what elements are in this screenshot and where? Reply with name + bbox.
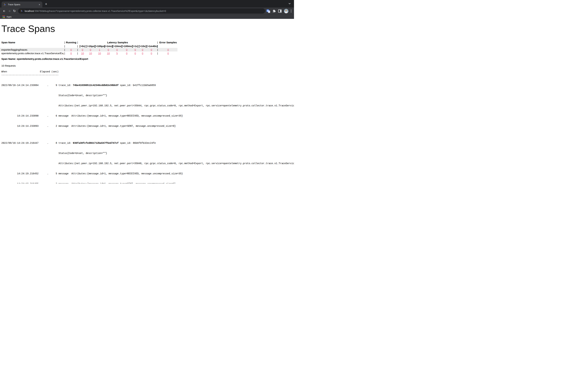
back-button[interactable]: [2, 8, 7, 14]
column-separator: |: [156, 41, 159, 44]
latency-count-link[interactable]: 0: [142, 52, 143, 55]
bucket-label: [>10ms]: [112, 44, 122, 48]
reload-button[interactable]: ↻: [12, 8, 17, 14]
latency-count-link[interactable]: 10: [107, 52, 110, 55]
message-line: 14:24:14.233890 . 6 message Attributes:{…: [1, 114, 294, 117]
log-divider: ----------------------------------------: [1, 73, 294, 77]
new-tab-button[interactable]: +: [44, 2, 49, 7]
browser-toolbar: ↻ localhost:55679/debug/tracez?zspanname…: [0, 8, 294, 14]
bucket-label: [>0s]: [79, 44, 86, 48]
bucket-label: [>100ms]: [122, 44, 132, 48]
column-separator: |: [63, 51, 66, 55]
attributes-line: Attributes:{net.peer.ip=192.168.192.5, n…: [1, 162, 294, 165]
latency-count-link[interactable]: 0: [82, 48, 83, 51]
message-line: 14:24:19.216455 . 2 message Attributes:{…: [1, 182, 294, 184]
col-header-running: Running: [66, 41, 76, 44]
translate-icon[interactable]: G 文: [267, 9, 270, 13]
selected-span-name: Span Name: opentelemetry.proto.collector…: [1, 58, 294, 60]
latency-count-link[interactable]: 10: [98, 52, 101, 55]
latency-count-link[interactable]: 0: [126, 52, 127, 55]
column-separator: |: [63, 44, 66, 48]
latency-count-link[interactable]: 0: [151, 52, 152, 55]
column-separator: |: [76, 48, 79, 51]
latency-count-link[interactable]: 0: [90, 48, 91, 51]
span-row: opentelemetry.proto.collector.trace.v1.T…: [0, 51, 177, 55]
url-bar[interactable]: localhost:55679/debug/tracez?zspanname=o…: [18, 8, 265, 14]
latency-count-link[interactable]: 0: [135, 48, 136, 51]
running-count-link[interactable]: 0: [70, 52, 72, 55]
column-separator: |: [63, 41, 66, 44]
extensions-puzzle-icon[interactable]: [272, 9, 276, 13]
latency-count-link[interactable]: 0: [151, 48, 152, 51]
latency-count-link[interactable]: 10: [89, 52, 92, 55]
url-path: :55679/debug/tracez?zspanname=openteleme…: [34, 10, 166, 12]
message-line: 14:24:19.216452 . 5 message Attributes:{…: [1, 172, 294, 175]
side-panel-icon[interactable]: [278, 9, 282, 13]
latency-count-link[interactable]: 5: [116, 52, 118, 55]
column-separator: |: [76, 51, 79, 55]
request-count: 10 Requests: [1, 64, 294, 67]
tab-title: Trace Spans: [8, 3, 38, 6]
attributes-line: Attributes:{net.peer.ip=192.168.192.5, n…: [1, 104, 294, 107]
tab-search-chevron-icon[interactable]: [288, 2, 291, 5]
span-name: opentelemetry.proto.collector.trace.v1.T…: [0, 51, 63, 55]
col-header-error-samples: Error Samples: [159, 41, 177, 44]
trace-entry-line: 2022/09/16-14:24:14.233884 . 9 trace_id:…: [1, 83, 294, 87]
svg-text:文: 文: [268, 11, 270, 13]
browser-tab[interactable]: Trace Spans ×: [1, 1, 42, 8]
bucket-label: [>1m40s]: [147, 44, 156, 48]
trace-id: 936fa38fcfed661712ba547f5ed747cf: [73, 142, 119, 144]
status-line: Status{Code=Unset, description=""}: [1, 94, 294, 97]
status-line: Status{Code=Unset, description=""}: [1, 151, 294, 155]
opentelemetry-favicon: [20, 10, 23, 12]
log-column-headers: When Elapsed (sec): [1, 70, 294, 73]
error-count-link[interactable]: 0: [167, 52, 169, 55]
forward-button[interactable]: [7, 8, 12, 14]
bookmarks-bar: Apps: [0, 14, 294, 19]
apps-grid-icon[interactable]: [2, 16, 5, 18]
column-separator: |: [63, 48, 66, 51]
latency-count-link[interactable]: 1: [99, 48, 100, 51]
profile-avatar[interactable]: [284, 9, 288, 13]
bucket-label: [>10s]: [139, 44, 147, 48]
trace-entry: 2022/09/16-14:24:14.233884 . 9 trace_id:…: [1, 77, 294, 134]
bucket-label: [>1s]: [132, 44, 139, 48]
latency-count-link[interactable]: 10: [81, 52, 84, 55]
column-separator: |: [76, 41, 79, 44]
latency-count-link[interactable]: 0: [142, 48, 143, 51]
toolbar-icons: G 文: [267, 9, 292, 13]
trace-id: 74be418390512c42346cddb02e38bb3f: [73, 84, 119, 87]
bucket-label: [>10µs]: [86, 44, 95, 48]
trace-log: When Elapsed (sec) ---------------------…: [1, 70, 294, 184]
column-separator: |: [76, 44, 79, 48]
latency-count-link[interactable]: 0: [126, 48, 127, 51]
tracez-page: Trace Spans Span Name | Running | Latenc…: [0, 23, 294, 184]
bucket-label: [>100µs]: [95, 44, 104, 48]
error-count-link[interactable]: 0: [167, 48, 169, 51]
col-header-span-name: Span Name: [0, 41, 63, 44]
apps-bookmark-label[interactable]: Apps: [7, 16, 12, 18]
latency-count-link[interactable]: 0: [108, 48, 109, 51]
latency-count-link[interactable]: 0: [135, 52, 136, 55]
latency-count-link[interactable]: 0: [116, 48, 118, 51]
trace-entry-line: 2022/09/16-14:24:19.216447 . 8 trace_id:…: [1, 141, 294, 145]
browser-menu-kebab-icon[interactable]: [291, 9, 292, 13]
col-header-latency-samples: Latency Samples: [79, 41, 156, 44]
trace-entry: 2022/09/16-14:24:19.216447 . 8 trace_id:…: [1, 134, 294, 184]
span-name: exporter/logging/traces: [0, 48, 63, 51]
span-row: exporter/logging/traces | 0 | 0 0 1 0 0 …: [0, 48, 177, 51]
running-count-link[interactable]: 0: [70, 48, 72, 51]
tab-close-icon[interactable]: ×: [38, 3, 41, 6]
tab-strip: Trace Spans × +: [0, 0, 294, 8]
url-host: localhost: [25, 10, 34, 12]
browser-window: Trace Spans × + ↻: [0, 0, 294, 19]
span-summary-table: Span Name | Running | Latency Samples | …: [0, 41, 177, 55]
opentelemetry-favicon: [4, 3, 6, 6]
bucket-label: [>1ms]: [104, 44, 112, 48]
column-separator: |: [156, 51, 159, 55]
message-line: 14:24:14.233893 . 2 message Attributes:{…: [1, 124, 294, 128]
page-title: Trace Spans: [1, 23, 294, 34]
column-separator: |: [156, 48, 159, 51]
